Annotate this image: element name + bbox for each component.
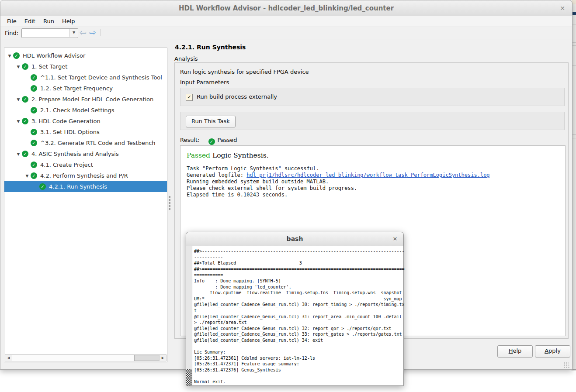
report-line: Elapsed time is 0.10243 seconds. (187, 192, 565, 198)
report-line: Running embedded system build outside MA… (187, 179, 565, 185)
check-icon: ✓ (31, 129, 37, 135)
chevron-down-icon[interactable]: ▼ (15, 65, 22, 69)
splitter-dot (169, 196, 170, 198)
check-icon: ✓ (31, 172, 37, 179)
scrollbar-thumb[interactable] (134, 355, 161, 361)
chevron-down-icon[interactable]: ▼ (15, 152, 22, 156)
check-icon: ✓ (31, 162, 37, 168)
find-previous-icon[interactable]: ⇦ (80, 28, 87, 37)
tree-item-label: HDL Workflow Advisor (23, 52, 85, 59)
chevron-down-icon[interactable]: ▼ (6, 54, 13, 58)
passed-check-icon: ✓ (208, 138, 215, 145)
close-icon[interactable]: × (391, 235, 399, 243)
tree-item-4-1-create-project[interactable]: ✓4.1. Create Project (4, 159, 167, 170)
menu-help[interactable]: Help (58, 16, 79, 24)
divider (572, 369, 576, 370)
chevron-down-icon[interactable]: ▼ (24, 174, 31, 178)
report-status-text: Logic Synthesis. (210, 151, 269, 159)
input-parameters-box: ✓ Run build process externally (180, 88, 565, 106)
run-this-task-button[interactable]: Run This Task (186, 116, 236, 127)
menu-bar: FileEditRunHelp (0, 16, 572, 27)
terminal-title-bar[interactable]: bash × (186, 232, 403, 246)
report-line: Please check external shell for system b… (187, 185, 565, 192)
run-externally-label[interactable]: Run build process externally (197, 93, 277, 100)
tree-item-label: 3. HDL Code Generation (31, 118, 101, 124)
check-icon: ✓ (31, 140, 37, 146)
menu-run[interactable]: Run (39, 16, 58, 24)
chevron-down-icon[interactable]: ▼ (15, 97, 22, 102)
task-description: Run logic synthesis for specified FPGA d… (180, 69, 309, 75)
tree-item-1-1-set-target-device-and-synthesis-tool[interactable]: ✓^1.1. Set Target Device and Synthesis T… (4, 72, 167, 83)
check-icon: ✓ (22, 63, 28, 70)
run-task-box: Run This Task (180, 112, 565, 130)
toolbar-separator (101, 29, 101, 36)
chevron-down-icon: ▼ (73, 31, 75, 34)
find-next-icon[interactable]: ⇨ (89, 28, 96, 37)
background-window-titlebar-fragment (572, 0, 576, 4)
terminal-content: ##>-------------------------------------… (186, 246, 403, 385)
tree-item-label: 3.1. Set HDL Options (40, 129, 100, 135)
check-icon: ✓ (22, 96, 28, 103)
analysis-section-label: Analysis (174, 55, 198, 62)
task-heading: 4.2.1. Run Synthesis (175, 44, 246, 51)
input-parameters-label: Input Parameters (180, 79, 229, 86)
panel-splitter[interactable] (167, 48, 173, 361)
tree-item-4-asic-synthesis-and-analysis[interactable]: ▼✓4. ASIC Synthesis and Analysis (4, 148, 167, 159)
tree-item-3-hdl-code-generation[interactable]: ▼✓3. HDL Code Generation (4, 116, 167, 127)
find-toolbar: Find: ▼ ⇦ ⇨ (0, 27, 572, 39)
check-icon: ✓ (22, 151, 28, 157)
tree-item-hdl-workflow-advisor[interactable]: ▼✓HDL Workflow Advisor (4, 50, 167, 61)
tree-item-1-2-set-target-frequency[interactable]: ✓1.2. Set Target Frequency (4, 83, 167, 94)
find-label: Find: (5, 30, 18, 36)
tree-item-2-1-check-model-settings[interactable]: ✓2.1. Check Model Settings (4, 105, 167, 116)
terminal-output: ##>-------------------------------------… (194, 248, 403, 385)
scroll-left-icon[interactable]: ◀ (5, 355, 12, 361)
logfile-link[interactable]: hdl_prj1/hdlsrc/hdlcoder_led_blinking/wo… (246, 172, 489, 178)
run-externally-checkbox[interactable]: ✓ (186, 94, 193, 101)
window-title: HDL Workflow Advisor - hdlcoder_led_blin… (0, 4, 572, 12)
window-resize-grip[interactable] (563, 362, 570, 368)
check-icon: ✓ (31, 74, 37, 81)
tree-item-1-set-target[interactable]: ▼✓1. Set Target (4, 61, 167, 72)
help-button[interactable]: Help (497, 345, 533, 358)
divider (572, 134, 576, 135)
divider (572, 65, 576, 66)
find-combobox[interactable]: ▼ (21, 28, 78, 38)
tree-horizontal-scrollbar[interactable]: ◀ ▶ (5, 354, 167, 361)
scroll-right-icon[interactable]: ▶ (159, 355, 166, 361)
tree-item-4-2-perform-synthesis-and-p-r[interactable]: ▼✓4.2. Perform Synthesis and P/R (4, 170, 167, 181)
menu-file[interactable]: File (3, 16, 21, 24)
tree-item-4-2-1-run-synthesis[interactable]: ✓4.2.1. Run Synthesis (4, 181, 167, 192)
check-icon: ✓ (22, 118, 28, 124)
window-title-bar[interactable]: HDL Workflow Advisor - hdlcoder_led_blin… (0, 0, 572, 17)
check-icon: ✓ (31, 85, 37, 92)
terminal-title: bash (186, 235, 403, 242)
workflow-tree-panel: ▼✓HDL Workflow Advisor▼✓1. Set Target✓^1… (4, 48, 167, 362)
tree-item-2-prepare-model-for-hdl-code-generation[interactable]: ▼✓2. Prepare Model For HDL Code Generati… (4, 94, 167, 105)
tree-item-label: 4.2.1. Run Synthesis (49, 183, 107, 190)
chevron-down-icon[interactable]: ▼ (15, 119, 22, 124)
splitter-dot (169, 205, 170, 207)
report-line: Task "Perform Logic Synthesis" successfu… (187, 165, 565, 172)
apply-button[interactable]: Apply (535, 345, 570, 358)
tree-item-label: 1. Set Target (31, 63, 67, 70)
terminal-scrollbar-trough[interactable] (186, 369, 192, 385)
background-window-accent-bar (572, 12, 576, 15)
find-input[interactable] (22, 29, 72, 37)
terminal-scrollbar[interactable] (186, 246, 192, 385)
report-line-prefix: Generated logfile: (187, 172, 246, 178)
close-icon[interactable]: ✕ (558, 4, 567, 13)
tree-item-3-2-generate-rtl-code-and-testbench[interactable]: ✓^3.2. Generate RTL Code and Testbench (4, 138, 167, 148)
divider (572, 45, 576, 46)
tree-item-label: 1.2. Set Target Frequency (40, 85, 113, 92)
result-label: Result: (180, 137, 200, 143)
workflow-tree: ▼✓HDL Workflow Advisor▼✓1. Set Target✓^1… (4, 50, 167, 192)
tree-item-label: 2. Prepare Model For HDL Code Generation (31, 96, 153, 103)
tree-item-label: 2.1. Check Model Settings (40, 107, 115, 113)
divider (572, 24, 576, 24)
tree-item-3-1-set-hdl-options[interactable]: ✓3.1. Set HDL Options (4, 127, 167, 138)
find-dropdown-button[interactable]: ▼ (69, 29, 78, 37)
report-line: Generated logfile: hdl_prj1/hdlsrc/hdlco… (187, 172, 565, 179)
report-heading: Passed Logic Synthesis. (187, 151, 565, 159)
menu-edit[interactable]: Edit (21, 16, 39, 24)
